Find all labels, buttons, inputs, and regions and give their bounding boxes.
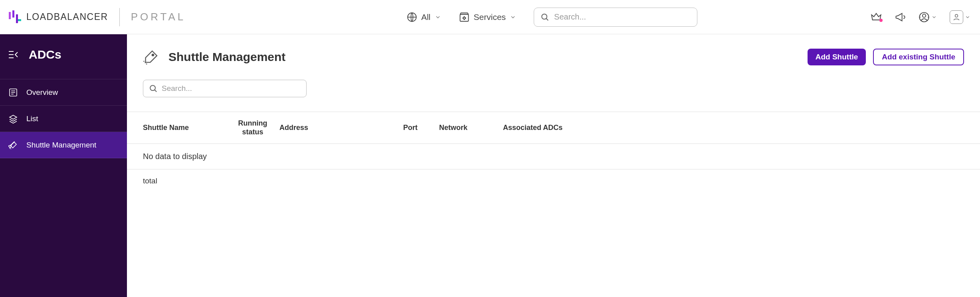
user-icon bbox=[950, 10, 963, 24]
col-running-status[interactable]: Running status bbox=[231, 112, 275, 144]
svg-rect-2 bbox=[16, 14, 18, 23]
search-icon bbox=[540, 13, 549, 22]
col-port[interactable]: Port bbox=[398, 112, 434, 144]
body: ADCs Overview bbox=[0, 34, 980, 297]
brand-logo[interactable]: LOADBALANCER bbox=[8, 10, 108, 24]
global-search-input[interactable] bbox=[554, 12, 691, 22]
chevron-down-icon bbox=[510, 14, 516, 20]
globe-icon bbox=[407, 12, 417, 22]
table-header: Shuttle Name Running status Address Port… bbox=[127, 112, 980, 144]
search-icon bbox=[149, 84, 158, 93]
sidebar-item-shuttle-management[interactable]: Shuttle Management bbox=[0, 132, 127, 158]
add-shuttle-button[interactable]: Add Shuttle bbox=[808, 49, 866, 65]
col-shuttle-name[interactable]: Shuttle Name bbox=[127, 112, 231, 144]
scope-selector[interactable]: All bbox=[407, 12, 441, 22]
sidebar-toggle[interactable] bbox=[8, 50, 19, 59]
svg-point-9 bbox=[955, 14, 958, 17]
page-header: Shuttle Management Add Shuttle Add exist… bbox=[127, 49, 980, 80]
table-empty-row: No data to display bbox=[127, 144, 980, 169]
svg-point-6 bbox=[542, 14, 547, 19]
table-search[interactable] bbox=[143, 80, 307, 97]
services-label: Services bbox=[474, 12, 506, 22]
sidebar: ADCs Overview bbox=[0, 34, 127, 297]
crown-icon[interactable] bbox=[871, 12, 882, 23]
megaphone-icon[interactable] bbox=[895, 12, 906, 23]
list-icon bbox=[8, 114, 18, 124]
header-center: All Services bbox=[242, 8, 863, 27]
table-search-input[interactable] bbox=[162, 84, 301, 93]
support-dropdown[interactable] bbox=[919, 12, 937, 23]
services-icon bbox=[459, 12, 470, 23]
overview-icon bbox=[8, 88, 18, 97]
page-title-icon bbox=[143, 49, 159, 65]
shuttle-icon bbox=[8, 140, 18, 150]
svg-rect-3 bbox=[18, 19, 21, 21]
sidebar-item-label: Shuttle Management bbox=[26, 141, 96, 149]
add-existing-shuttle-button[interactable]: Add existing Shuttle bbox=[873, 49, 964, 65]
sidebar-item-label: List bbox=[26, 114, 38, 123]
col-network[interactable]: Network bbox=[434, 112, 498, 144]
notification-dot bbox=[879, 19, 883, 22]
empty-text: No data to display bbox=[127, 144, 980, 169]
sidebar-title: ADCs bbox=[29, 48, 61, 61]
header-right bbox=[871, 10, 970, 24]
svg-point-12 bbox=[150, 85, 155, 90]
user-menu[interactable] bbox=[950, 10, 970, 24]
sidebar-item-label: Overview bbox=[26, 88, 58, 97]
chevron-down-icon bbox=[435, 14, 441, 20]
shuttle-table: Shuttle Name Running status Address Port… bbox=[127, 112, 980, 193]
sidebar-items: Overview List bbox=[0, 79, 127, 158]
table-footer-row: total bbox=[127, 169, 980, 193]
global-search[interactable] bbox=[534, 8, 697, 27]
services-selector[interactable]: Services bbox=[459, 12, 517, 23]
svg-point-11 bbox=[152, 54, 154, 56]
brand-divider bbox=[119, 8, 120, 26]
scope-label: All bbox=[421, 12, 430, 22]
col-address[interactable]: Address bbox=[275, 112, 398, 144]
sidebar-header: ADCs bbox=[0, 34, 127, 79]
footer-total: total bbox=[127, 169, 980, 193]
brand-group: LOADBALANCER PORTAL bbox=[8, 8, 186, 26]
svg-rect-0 bbox=[9, 12, 11, 19]
sidebar-item-overview[interactable]: Overview bbox=[0, 79, 127, 106]
sidebar-item-list[interactable]: List bbox=[0, 106, 127, 132]
svg-point-8 bbox=[923, 14, 926, 17]
content-search-row bbox=[127, 80, 980, 112]
svg-rect-5 bbox=[460, 14, 468, 22]
svg-rect-1 bbox=[12, 10, 14, 18]
page-title: Shuttle Management bbox=[168, 50, 800, 64]
main-content: Shuttle Management Add Shuttle Add exist… bbox=[127, 34, 980, 297]
portal-label: PORTAL bbox=[131, 11, 186, 23]
col-associated-adcs[interactable]: Associated ADCs bbox=[498, 112, 980, 144]
brand-name: LOADBALANCER bbox=[26, 12, 108, 22]
app-header: LOADBALANCER PORTAL All bbox=[0, 0, 980, 34]
logo-icon bbox=[8, 10, 22, 24]
